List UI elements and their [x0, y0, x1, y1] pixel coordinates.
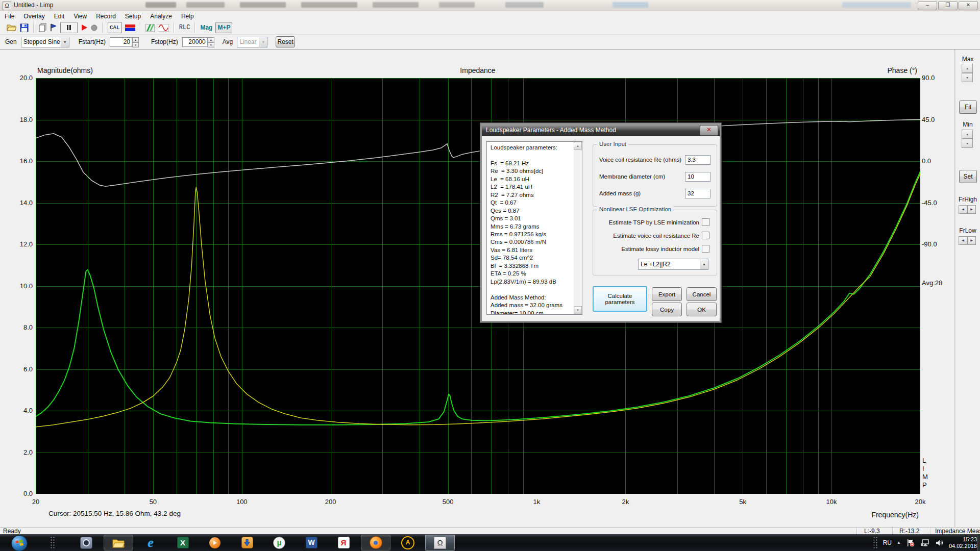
listbox-scrollbar[interactable]: ▲ ▼: [574, 142, 582, 314]
export-button[interactable]: Export: [652, 287, 682, 301]
y-left-tick: 20.0: [4, 74, 33, 82]
pause-icon: [66, 24, 71, 31]
chevron-down-icon[interactable]: ▼: [61, 37, 69, 47]
loudspeaker-parameters-dialog: Loudspeaker Parameters - Added Mass Meth…: [480, 122, 722, 323]
arrow-down-icon: ▼: [962, 139, 973, 148]
magnitude-phase-view-button[interactable]: M+P: [215, 22, 232, 33]
minimize-button[interactable]: –: [918, 1, 937, 10]
taskbar-item-explorer[interactable]: [104, 535, 133, 550]
generator-type-value: Stepped Sine: [21, 38, 61, 45]
language-indicator[interactable]: RU: [883, 539, 892, 546]
status-right-level: R:-13.2: [899, 528, 919, 535]
x-tick: 5k: [739, 498, 746, 506]
magnitude-view-button[interactable]: Mag: [200, 22, 212, 33]
taskbar-item-klite[interactable]: [71, 535, 101, 550]
pause-button[interactable]: [60, 22, 78, 33]
menu-item-setup[interactable]: Setup: [120, 12, 145, 21]
min-spinner[interactable]: ▲▼: [962, 130, 973, 148]
x-tick: 20: [32, 498, 39, 506]
menu-item-help[interactable]: Help: [177, 12, 199, 21]
impedance-plot-canvas[interactable]: [36, 78, 920, 494]
generator-type-select[interactable]: Stepped Sine ▼: [21, 37, 69, 47]
taskbar-item-aimp[interactable]: A: [393, 535, 423, 550]
menu-item-analyze[interactable]: Analyze: [145, 12, 177, 21]
chart-title: Impedance: [460, 66, 495, 74]
user-input-field[interactable]: 3.3: [685, 155, 710, 165]
limp-application-window: Ω Untitled - Limp – ❐ ✕ FileOverlayEditV…: [0, 0, 980, 551]
y-left-tick: 18.0: [4, 116, 33, 123]
dialog-close-button[interactable]: ✕: [700, 125, 718, 136]
dialog-title-bar[interactable]: Loudspeaker Parameters - Added Mass Meth…: [482, 124, 720, 136]
x-tick: 20k: [915, 498, 926, 506]
cancel-button[interactable]: Cancel: [687, 287, 717, 301]
show-desktop-button[interactable]: [977, 534, 980, 551]
copy-page-button[interactable]: [39, 22, 47, 33]
taskbar-item-utorrent[interactable]: µ: [264, 535, 294, 550]
frlow-stepper[interactable]: ◀▶: [959, 236, 976, 245]
chevron-down-icon[interactable]: ▼: [700, 259, 708, 269]
ok-button[interactable]: OK: [687, 303, 717, 316]
overlay-colors-button[interactable]: [125, 22, 135, 33]
frlow-label: FrLow: [957, 227, 979, 234]
y-left-tick: 14.0: [4, 199, 33, 207]
title-bar[interactable]: Ω Untitled - Limp – ❐ ✕: [0, 0, 980, 11]
checkbox-unchecked[interactable]: [702, 245, 709, 253]
network-icon[interactable]: [920, 538, 929, 547]
checkbox-unchecked[interactable]: [702, 232, 709, 239]
x-tick: 10k: [826, 498, 837, 506]
taskbar-item-firefox[interactable]: [361, 535, 390, 550]
menu-item-view[interactable]: View: [69, 12, 91, 21]
taskbar-item-limp[interactable]: Ω: [425, 535, 455, 550]
spectrum-button[interactable]: [145, 22, 155, 33]
y-right-tick: -45.0: [922, 199, 937, 207]
left-axis-title: Magnitude(ohms): [37, 66, 93, 74]
menu-item-record[interactable]: Record: [91, 12, 120, 21]
menu-item-edit[interactable]: Edit: [50, 12, 69, 21]
taskbar-item-download-master[interactable]: [232, 535, 262, 550]
taskbar-clock[interactable]: 15:23 04.02.2018: [949, 536, 977, 549]
x-tick: 100: [236, 498, 248, 506]
volume-icon[interactable]: [935, 538, 944, 547]
marker-flag-button[interactable]: [50, 22, 57, 33]
user-input-field[interactable]: 10: [685, 172, 710, 182]
inductor-model-select[interactable]: Le +L2||R2 ▼: [638, 259, 708, 270]
stop-button[interactable]: [91, 22, 97, 33]
fstart-spinner[interactable]: ▲▼: [132, 37, 139, 47]
taskbar-item-excel[interactable]: X: [168, 535, 198, 550]
taskbar-item-yandex[interactable]: Я: [329, 535, 358, 550]
hidden-icons-button[interactable]: ▲: [897, 540, 901, 545]
action-center-icon[interactable]: [906, 538, 915, 547]
fit-button[interactable]: Fit: [959, 101, 977, 114]
taskbar-item-word[interactable]: W: [297, 535, 326, 550]
windows-flag-icon: [15, 539, 24, 548]
parameters-listbox[interactable]: Loudspeaker parameters: Fs = 69.21 Hz Re…: [486, 141, 582, 315]
set-button[interactable]: Set: [959, 170, 977, 183]
generator-button[interactable]: [158, 22, 169, 33]
taskbar-item-wmp[interactable]: [200, 535, 230, 550]
max-spinner[interactable]: ▲▼: [962, 64, 973, 82]
chevron-down-icon: ▼: [259, 37, 267, 47]
close-button[interactable]: ✕: [959, 1, 978, 10]
copy-button[interactable]: Copy: [652, 303, 682, 316]
start-button[interactable]: [11, 535, 28, 551]
rlc-mode-button[interactable]: RLC: [179, 22, 190, 33]
y-left-tick: 10.0: [4, 282, 33, 290]
frhigh-stepper[interactable]: ◀▶: [959, 205, 976, 214]
fstop-input[interactable]: 20000: [182, 37, 208, 47]
menu-item-overlay[interactable]: Overlay: [19, 12, 49, 21]
save-button[interactable]: [20, 22, 29, 33]
start-record-button[interactable]: [81, 22, 88, 33]
reset-button[interactable]: Reset: [276, 36, 295, 47]
calibrate-button[interactable]: CAL: [108, 22, 122, 33]
menu-item-file[interactable]: File: [0, 12, 19, 21]
restore-button[interactable]: ❐: [938, 1, 958, 10]
open-file-button[interactable]: [7, 22, 17, 33]
fstop-spinner[interactable]: ▲▼: [208, 37, 214, 47]
user-input-field[interactable]: 32: [685, 189, 710, 198]
checkbox-label: Estimate lossy inductor model: [621, 246, 699, 252]
calculate-parameters-button[interactable]: Calculate parameters: [593, 286, 647, 312]
checkbox-unchecked[interactable]: [702, 218, 709, 226]
avg-select[interactable]: Linear ▼: [237, 37, 267, 47]
fstart-input[interactable]: 20: [110, 37, 132, 47]
taskbar-item-ie[interactable]: e: [136, 535, 165, 550]
